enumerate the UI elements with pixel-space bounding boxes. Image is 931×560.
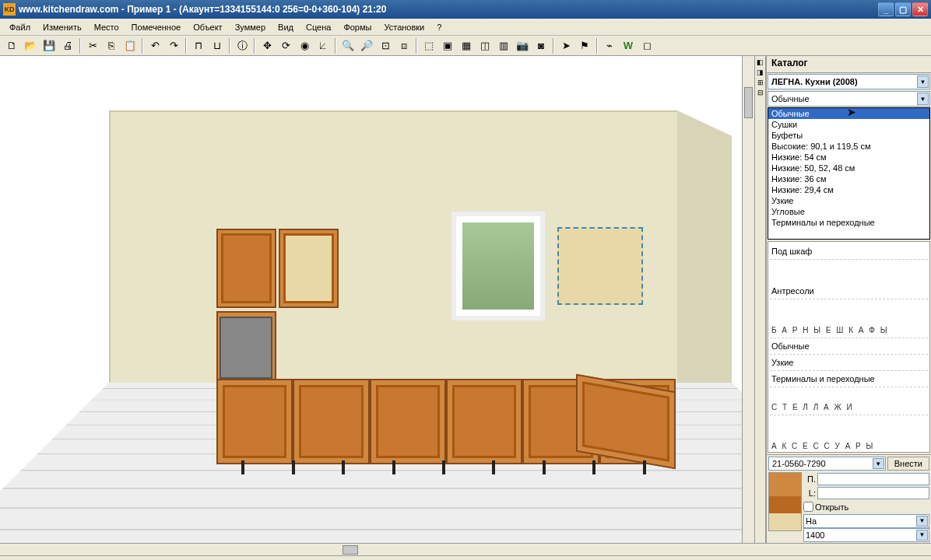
category-list[interactable]: Под шкаф Антресоли Б А Р Н Ы Е Ш К А Ф Ы… bbox=[768, 241, 930, 453]
catalog-category-combo[interactable]: Обычные ▼ bbox=[768, 91, 930, 107]
chevron-down-icon[interactable]: ▼ bbox=[916, 516, 928, 527]
field-l-label: L: bbox=[803, 488, 816, 498]
list-item[interactable]: Обычные bbox=[770, 338, 928, 355]
wall-icon[interactable]: W bbox=[620, 37, 637, 54]
menu-place[interactable]: Место bbox=[88, 21, 125, 33]
viewport-vscroll[interactable] bbox=[742, 56, 754, 543]
menu-help[interactable]: ? bbox=[430, 21, 448, 33]
open-icon[interactable]: 📂 bbox=[22, 37, 39, 54]
grid1-icon[interactable]: ▦ bbox=[458, 37, 475, 54]
field-p-label: П. bbox=[803, 474, 816, 484]
item-panel: 21-0560-7290 ▼ Внести П. L: bbox=[767, 454, 931, 543]
na-combo[interactable]: На ▼ bbox=[803, 514, 929, 528]
zoom-region-icon[interactable]: ⧈ bbox=[395, 37, 413, 54]
print-icon[interactable]: 🖨 bbox=[59, 37, 76, 54]
flag-icon[interactable]: ⚑ bbox=[576, 37, 593, 54]
list-header: Б А Р Н Ы Е Ш К А Ф Ы bbox=[770, 323, 928, 338]
open-checkbox[interactable] bbox=[803, 502, 813, 512]
list-item[interactable]: Узкие bbox=[770, 355, 928, 371]
catalog-sidebar: Каталог ЛЕГНА. Кухни (2008) ▼ Обычные ▼ … bbox=[766, 56, 931, 543]
catalog-category-value: Обычные bbox=[771, 94, 810, 103]
field-l-input[interactable] bbox=[817, 487, 929, 499]
dropdown-item[interactable]: Терминалы и переходные bbox=[768, 217, 929, 228]
zoom-reset-icon[interactable]: ⟳ bbox=[277, 37, 294, 54]
dropdown-item[interactable]: Низкие: 50, 52, 48 см bbox=[768, 163, 929, 173]
camera-icon[interactable]: 📷 bbox=[514, 37, 531, 54]
insert-button[interactable]: Внести bbox=[887, 457, 929, 471]
catalog-brand-combo[interactable]: ЛЕГНА. Кухни (2008) ▼ bbox=[768, 74, 930, 89]
chevron-down-icon[interactable]: ▼ bbox=[873, 458, 884, 469]
new-icon[interactable]: 🗋 bbox=[3, 37, 20, 54]
titlebar-text: www.kitchendraw.com - Пример 1 - (Акаунт… bbox=[19, 4, 878, 15]
ruler-icon-2[interactable]: ◨ bbox=[756, 68, 765, 77]
ruler-icon-1[interactable]: ◧ bbox=[756, 58, 765, 67]
spin-icon[interactable]: ◉ bbox=[296, 37, 313, 54]
ruler-icon-4[interactable]: ⊟ bbox=[756, 88, 765, 97]
axis-icon[interactable]: ⟀ bbox=[314, 37, 332, 54]
menu-file[interactable]: Файл bbox=[3, 21, 37, 33]
undo-icon[interactable]: ↶ bbox=[146, 37, 163, 54]
move-icon[interactable]: ✥ bbox=[258, 37, 276, 54]
field-p-input[interactable] bbox=[817, 473, 929, 485]
layer-icon[interactable]: ▣ bbox=[439, 37, 456, 54]
dropdown-item[interactable]: Низкие: 36 см bbox=[768, 173, 929, 184]
ruler2-icon[interactable]: ⊔ bbox=[209, 37, 226, 54]
open-label: Открыть bbox=[815, 502, 848, 512]
menu-marked[interactable]: Помеченное bbox=[125, 21, 188, 33]
sidebar-ruler: ◧ ◨ ⊞ ⊟ bbox=[755, 56, 766, 543]
cut-icon[interactable]: ✂ bbox=[84, 37, 101, 54]
list-item[interactable]: Терминалы и переходные bbox=[770, 371, 928, 387]
menu-edit[interactable]: Изменить bbox=[37, 21, 88, 33]
category-dropdown[interactable]: Обычные Сушки Буфеты Высокие: 90,1 и 119… bbox=[768, 107, 930, 240]
viewport-3d[interactable] bbox=[0, 56, 755, 543]
zoom-in-icon[interactable]: 🔍 bbox=[339, 37, 357, 54]
statusbar: * 21-0560-7290 2 двери реш.+ст. #13 (W=9… bbox=[0, 555, 931, 560]
dropdown-item[interactable]: Узкие bbox=[768, 195, 929, 206]
dim-combo[interactable]: 1400 ▼ bbox=[803, 528, 929, 542]
dropdown-item[interactable]: Низкие: 29,4 см bbox=[768, 184, 929, 195]
minimize-button[interactable]: _ bbox=[878, 2, 894, 16]
snapshot-icon[interactable]: ◙ bbox=[532, 37, 550, 54]
close-button[interactable]: ✕ bbox=[912, 2, 928, 16]
menu-view[interactable]: Вид bbox=[272, 21, 300, 33]
menu-scene[interactable]: Сцена bbox=[300, 21, 337, 33]
blank-icon[interactable]: ◻ bbox=[638, 37, 655, 54]
grid2-icon[interactable]: ◫ bbox=[476, 37, 494, 54]
dropdown-item[interactable]: Буфеты bbox=[768, 130, 929, 141]
menu-settings[interactable]: Установки bbox=[378, 21, 430, 33]
info-icon[interactable]: ⓘ bbox=[234, 37, 251, 54]
ruler-icon-3[interactable]: ⊞ bbox=[756, 78, 765, 87]
ruler1-icon[interactable]: ⊓ bbox=[190, 37, 207, 54]
maximize-button[interactable]: ▢ bbox=[895, 2, 911, 16]
item-code-combo[interactable]: 21-0560-7290 ▼ bbox=[768, 457, 886, 471]
arrow-icon[interactable]: ➤ bbox=[557, 37, 574, 54]
catalog-tab[interactable]: Каталог bbox=[767, 56, 931, 73]
menu-zoom[interactable]: Зуммер bbox=[229, 21, 272, 33]
chevron-down-icon[interactable]: ▼ bbox=[917, 93, 929, 105]
sel-all-icon[interactable]: ⬚ bbox=[420, 37, 437, 54]
list-item[interactable]: Антресоли bbox=[770, 283, 928, 299]
copy-icon[interactable]: ⎘ bbox=[103, 37, 120, 54]
chevron-down-icon[interactable]: ▼ bbox=[916, 530, 928, 541]
titlebar: KD www.kitchendraw.com - Пример 1 - (Ака… bbox=[0, 0, 931, 19]
zoom-fit-icon[interactable]: ⊡ bbox=[377, 37, 394, 54]
toolbar: 🗋 📂 💾 🖨 ✂ ⎘ 📋 ↶ ↷ ⊓ ⊔ ⓘ ✥ ⟳ ◉ ⟀ 🔍 🔎 ⊡ ⧈ … bbox=[0, 36, 931, 56]
paste-icon[interactable]: 📋 bbox=[121, 37, 139, 54]
dropdown-item[interactable]: Низкие: 54 см bbox=[768, 152, 929, 163]
dropdown-item[interactable]: Высокие: 90,1 и 119,5 см bbox=[768, 141, 929, 152]
list-header: С Т Е Л Л А Ж И bbox=[770, 400, 928, 415]
list-item[interactable]: Под шкаф bbox=[770, 243, 928, 260]
dropdown-item[interactable]: Сушки bbox=[768, 119, 929, 130]
dropdown-item[interactable]: Обычные bbox=[768, 108, 929, 119]
list-header: А К С Е С С У А Р Ы bbox=[770, 439, 928, 453]
menu-object[interactable]: Объект bbox=[187, 21, 228, 33]
zoom-out-icon[interactable]: 🔎 bbox=[358, 37, 375, 54]
menu-forms[interactable]: Формы bbox=[337, 21, 378, 33]
chevron-down-icon[interactable]: ▼ bbox=[917, 75, 929, 88]
horizontal-scrollbar[interactable] bbox=[0, 543, 931, 555]
dropdown-item[interactable]: Угловые bbox=[768, 206, 929, 217]
grid3-icon[interactable]: ▥ bbox=[495, 37, 512, 54]
save-icon[interactable]: 💾 bbox=[40, 37, 58, 54]
redo-icon[interactable]: ↷ bbox=[165, 37, 182, 54]
path-icon[interactable]: ⌁ bbox=[601, 37, 618, 54]
